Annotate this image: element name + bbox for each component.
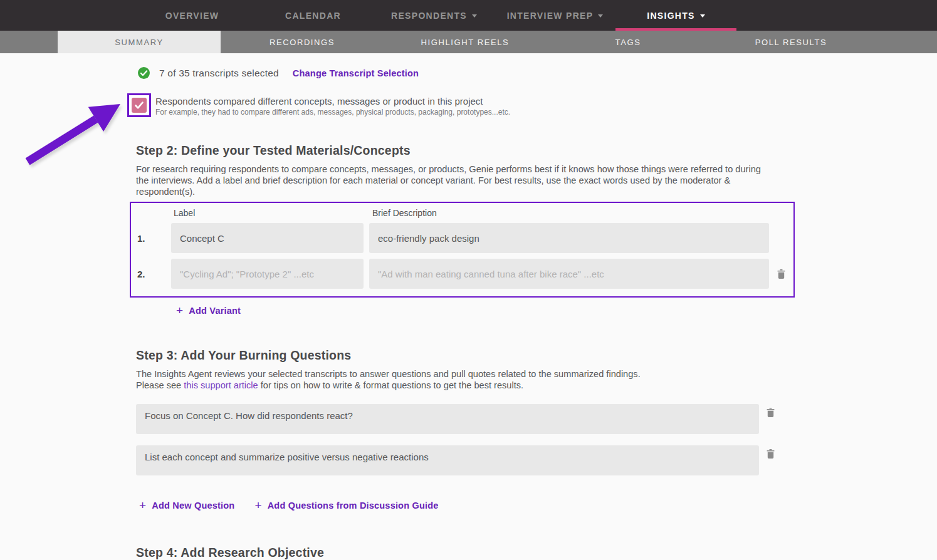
add-questions-from-guide-button[interactable]: + Add Questions from Discussion Guide: [254, 500, 438, 511]
delete-variant-button[interactable]: [777, 269, 785, 279]
question-input-2[interactable]: List each concept and summarize positive…: [136, 445, 759, 475]
tab-label: HIGHLIGHT REELS: [421, 38, 510, 47]
nav-item-calendar[interactable]: CALENDAR: [253, 0, 374, 31]
summary-content: 7 of 35 transcripts selected Change Tran…: [0, 67, 937, 560]
material-label-input-2[interactable]: [171, 259, 364, 289]
step2-title: Step 2: Define your Tested Materials/Con…: [136, 143, 937, 158]
nav-item-insights[interactable]: INSIGHTS: [615, 0, 736, 31]
annotation-highlight-box: [127, 93, 151, 117]
materials-header-row: Label Brief Description: [137, 208, 793, 218]
trash-icon: [767, 408, 775, 417]
nav-item-overview[interactable]: OVERVIEW: [132, 0, 253, 31]
tab-poll-results[interactable]: POLL RESULTS: [709, 31, 872, 53]
step3-section: Step 3: Add Your Burning Questions The I…: [136, 348, 937, 511]
nav-label: INTERVIEW PREP: [507, 11, 594, 21]
material-description-input-2[interactable]: [369, 259, 769, 289]
add-variant-button[interactable]: + Add Variant: [176, 306, 241, 316]
check-circle-icon: [138, 67, 150, 79]
step2-section: Step 2: Define your Tested Materials/Con…: [136, 143, 937, 317]
delete-question-button-2[interactable]: [767, 449, 775, 459]
step2-description: For research requiring respondents to co…: [136, 163, 763, 197]
compare-label: Respondents compared different concepts,…: [155, 96, 510, 106]
question-input-1[interactable]: Focus on Concept C. How did respondents …: [136, 404, 759, 434]
chevron-down-icon: [472, 14, 477, 18]
nav-item-interview-prep[interactable]: INTERVIEW PREP: [495, 0, 615, 31]
material-row-1: 1.: [137, 223, 793, 253]
step3-description: The Insights Agent reviews your selected…: [136, 368, 763, 391]
step4-title: Step 4: Add Research Objective: [136, 546, 937, 560]
tab-summary[interactable]: SUMMARY: [58, 31, 221, 53]
chevron-down-icon: [598, 14, 603, 18]
nav-label: OVERVIEW: [165, 11, 219, 21]
question-row-2: List each concept and summarize positive…: [136, 445, 937, 475]
delete-question-button-1[interactable]: [767, 408, 775, 417]
plus-icon: +: [254, 501, 261, 510]
material-description-input-1[interactable]: [369, 223, 769, 253]
tab-recordings[interactable]: RECORDINGS: [221, 31, 384, 53]
column-header-label: Label: [171, 208, 364, 218]
tab-tags[interactable]: TAGS: [547, 31, 709, 53]
tab-label: TAGS: [615, 38, 641, 47]
chevron-down-icon: [700, 14, 705, 18]
material-row-2: 2.: [137, 259, 793, 289]
tab-label: POLL RESULTS: [755, 38, 827, 47]
compare-checkbox-row: Respondents compared different concepts,…: [136, 93, 937, 117]
step3-title: Step 3: Add Your Burning Questions: [136, 348, 937, 363]
row-number: 2.: [137, 269, 171, 279]
add-new-question-button[interactable]: + Add New Question: [139, 500, 234, 511]
transcript-status-text: 7 of 35 transcripts selected: [159, 68, 279, 79]
row-number: 1.: [137, 233, 171, 244]
plus-icon: +: [176, 306, 183, 315]
transcript-status-row: 7 of 35 transcripts selected Change Tran…: [136, 67, 937, 79]
trash-icon: [777, 269, 785, 279]
material-label-input-1[interactable]: [171, 223, 364, 253]
compare-checkbox[interactable]: [132, 98, 147, 113]
secondary-nav: SUMMARY RECORDINGS HIGHLIGHT REELS TAGS …: [0, 31, 937, 53]
question-row-1: Focus on Concept C. How did respondents …: [136, 404, 937, 434]
primary-nav: OVERVIEW CALENDAR RESPONDENTS INTERVIEW …: [0, 0, 937, 31]
support-article-link[interactable]: this support article: [184, 380, 258, 390]
subnav-spacer: [0, 31, 58, 53]
nav-label: RESPONDENTS: [391, 11, 467, 21]
nav-label: CALENDAR: [285, 11, 341, 21]
compare-sublabel: For example, they had to compare differe…: [155, 108, 510, 117]
plus-icon: +: [139, 501, 146, 510]
step4-section: Step 4: Add Research Objective This give…: [136, 546, 937, 560]
nav-label: INSIGHTS: [647, 11, 695, 21]
tab-label: RECORDINGS: [270, 38, 335, 47]
checkmark-icon: [134, 101, 144, 110]
trash-icon: [767, 449, 775, 459]
tab-highlight-reels[interactable]: HIGHLIGHT REELS: [384, 31, 547, 53]
column-header-description: Brief Description: [364, 208, 437, 218]
compare-labels: Respondents compared different concepts,…: [155, 96, 510, 117]
active-nav-underline: [615, 28, 736, 31]
materials-table: Label Brief Description 1. 2.: [130, 202, 795, 298]
nav-item-respondents[interactable]: RESPONDENTS: [374, 0, 495, 31]
tab-label: SUMMARY: [115, 38, 163, 47]
change-transcript-selection-link[interactable]: Change Transcript Selection: [293, 68, 419, 78]
